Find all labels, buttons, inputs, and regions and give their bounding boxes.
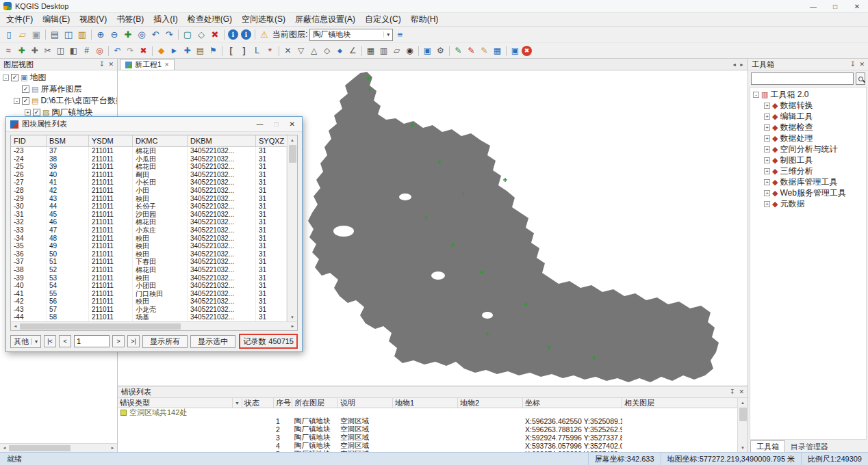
target-icon[interactable]: ◎ xyxy=(93,44,106,57)
other-button[interactable]: 其他 ▾ xyxy=(10,335,41,348)
menu-item[interactable]: 书签(B) xyxy=(112,13,149,26)
area-icon[interactable]: ▱ xyxy=(390,44,403,57)
column-related-layer[interactable]: 相关图层 xyxy=(622,398,737,408)
table-row[interactable]: -34 48 211011 秧田 3405221032... 31 xyxy=(11,235,287,243)
layer-list-icon[interactable]: ≡ xyxy=(393,28,407,42)
toolbox-tree-item[interactable]: + ◆ 元数据 xyxy=(750,198,866,209)
merge-feature-icon[interactable]: ◧ xyxy=(67,44,80,57)
identify-icon[interactable]: ℹ xyxy=(241,29,251,40)
zoom-out-icon[interactable]: ⊖ xyxy=(107,28,121,42)
move-vertex-icon[interactable]: ✚ xyxy=(28,44,41,57)
toolbox-tree-item[interactable]: + ◆ Web服务管理工具 xyxy=(750,187,866,198)
tree-expander-icon[interactable]: - xyxy=(753,92,759,98)
tab-close-icon[interactable]: ✕ xyxy=(164,62,169,68)
column-layer[interactable]: 所在图层 xyxy=(292,398,338,408)
menu-item[interactable]: 编辑(E) xyxy=(38,13,75,26)
table-row[interactable]: -30 44 211011 长份子 3405221032... 31 xyxy=(11,202,287,211)
dialog-title-bar[interactable]: 图块属性列表 — □ ✕ xyxy=(6,117,302,132)
tree-expander-icon[interactable]: + xyxy=(764,135,770,142)
diamond-icon[interactable]: ◇ xyxy=(320,44,333,57)
table-row[interactable]: -28 42 211011 小田 3405221032... 31 xyxy=(11,187,287,195)
column-ysdm[interactable]: YSDM xyxy=(89,135,133,146)
menu-item[interactable]: 屏蔽信息设置(A) xyxy=(290,13,360,26)
dialog-maximize-button[interactable]: □ xyxy=(275,120,279,128)
previous-record-button[interactable]: < xyxy=(59,335,71,347)
show-selected-button[interactable]: 显示选中 xyxy=(190,335,235,348)
table-row[interactable]: -33 47 211011 小东庄 3405221032... 31 xyxy=(11,226,287,235)
layer-checkbox[interactable]: ✓ xyxy=(33,109,40,116)
pan-tool-icon[interactable]: ✚ xyxy=(181,44,194,57)
copy-feature-icon[interactable]: ◫ xyxy=(54,44,67,57)
node-tool-icon[interactable]: ◆ xyxy=(155,44,168,57)
tree-expander-icon[interactable]: + xyxy=(764,146,770,152)
pin-icon[interactable]: ↧ xyxy=(730,388,735,395)
scrollbar-thumb[interactable] xyxy=(9,445,71,451)
select-rectangle-icon[interactable]: ▢ xyxy=(181,28,194,42)
clear-selection-icon[interactable]: ✖ xyxy=(208,28,222,42)
table-icon[interactable]: ▥ xyxy=(377,44,390,57)
toolbox-tree-item[interactable]: + ◆ 空间分析与统计 xyxy=(750,144,866,155)
menu-item[interactable]: 文件(F) xyxy=(1,13,38,26)
sketch-line-icon[interactable]: ≈ xyxy=(2,44,15,57)
toolbox-tree-item[interactable]: + ◆ 数据检查 xyxy=(750,122,866,133)
select-polygon-icon[interactable]: ◇ xyxy=(194,28,208,42)
scrollbar-thumb[interactable] xyxy=(739,408,747,421)
tree-expander-icon[interactable]: + xyxy=(764,124,770,131)
show-all-button[interactable]: 显示所有 xyxy=(142,335,188,348)
table-row[interactable]: -41 55 211011 门口秧田 3405221032... 31 xyxy=(11,290,287,298)
print-icon[interactable]: ▤ xyxy=(48,28,62,42)
scrollbar-thumb[interactable] xyxy=(289,145,296,163)
angle-icon[interactable]: ∠ xyxy=(346,44,359,57)
tree-expander-icon[interactable]: + xyxy=(764,114,770,120)
layer-checkbox[interactable]: ✓ xyxy=(22,97,29,105)
table-row[interactable]: -32 46 211011 棉花田 3405221032... 31 xyxy=(11,218,287,226)
tab-scroll-right-icon[interactable]: ► xyxy=(739,62,744,67)
menu-item[interactable]: 帮助(H) xyxy=(406,13,444,26)
scrollbar-thumb[interactable] xyxy=(20,323,181,330)
edit-green-pencil-icon[interactable]: ✎ xyxy=(452,44,465,57)
table-row[interactable]: -27 41 211011 小长田 3405221032... 31 xyxy=(11,178,287,187)
scroll-right-icon[interactable]: ► xyxy=(288,322,297,331)
close-icon[interactable]: ✕ xyxy=(108,61,114,68)
tree-expander-icon[interactable]: + xyxy=(764,179,770,185)
tree-expander-icon[interactable]: + xyxy=(764,168,770,174)
error-row[interactable]: 3 陶厂镇地块 空洞区域 X:592924.775996 Y:3527337.8… xyxy=(118,434,737,442)
column-error-type[interactable]: 错误类型 xyxy=(118,398,233,408)
menu-item[interactable]: 自定义(C) xyxy=(360,13,406,26)
tree-expander-icon[interactable]: + xyxy=(764,190,770,196)
table-row[interactable]: -42 56 211011 秧田 3405221032... 31 xyxy=(11,297,287,306)
column-description[interactable]: 说明 xyxy=(338,398,393,408)
column-index[interactable]: 序号 xyxy=(274,398,292,408)
clipboard-icon[interactable]: ▤ xyxy=(194,44,207,57)
dialog-minimize-button[interactable]: — xyxy=(257,120,264,128)
close-button[interactable]: ✕ xyxy=(846,0,868,12)
grid-icon[interactable]: ▦ xyxy=(364,44,377,57)
tab-catalog-manager[interactable]: 目录管理器 xyxy=(785,441,834,452)
error-row[interactable]: 2 陶厂镇地块 空洞区域 X:596263.788126 Y:3525262.9… xyxy=(118,425,737,434)
first-record-button[interactable]: |< xyxy=(44,335,56,347)
table-row[interactable]: -35 49 211011 秧田 3405221032... 31 xyxy=(11,242,287,250)
start-edit-icon[interactable]: [ xyxy=(225,44,238,57)
burst-icon[interactable]: * xyxy=(264,44,277,57)
pan-icon[interactable]: ✚ xyxy=(121,28,135,42)
intersect-icon[interactable]: ✕ xyxy=(281,44,294,57)
table-row[interactable]: -31 45 211011 沙田园 3405221032... 31 xyxy=(11,211,287,219)
toolbox-tree-item[interactable]: + ◆ 三维分析 xyxy=(750,165,866,176)
copy-icon[interactable]: ◫ xyxy=(62,28,75,42)
attribute-horizontal-scrollbar[interactable]: ◄ ► xyxy=(11,321,297,330)
edit-yellow-pencil-icon[interactable]: ✎ xyxy=(478,44,491,57)
tree-expander-icon[interactable]: + xyxy=(764,157,770,163)
error-row[interactable]: 5 陶厂镇地块 空洞区域 X:602674.063006 Y:3527489.4… xyxy=(118,450,737,452)
table-row[interactable]: -37 51 211011 下舂田 3405221032... 31 xyxy=(11,258,287,266)
layer-checkbox[interactable]: ✓ xyxy=(11,74,18,81)
scroll-left-icon[interactable]: ◄ xyxy=(11,322,20,331)
minimize-button[interactable]: — xyxy=(802,0,824,12)
last-record-button[interactable]: >| xyxy=(127,335,140,347)
table-row[interactable]: -38 52 211011 棉花田 3405221032... 31 xyxy=(11,266,287,274)
select-arrow-icon[interactable]: ► xyxy=(168,44,181,57)
maximize-button[interactable]: □ xyxy=(824,0,846,12)
redo-icon[interactable]: ↷ xyxy=(124,44,137,57)
column-dkbm[interactable]: DKBM xyxy=(188,135,256,146)
toolbox-tree-item[interactable]: + ◆ 编辑工具 xyxy=(750,111,866,122)
error-vertical-scrollbar[interactable]: ▲ ▼ xyxy=(737,398,748,452)
